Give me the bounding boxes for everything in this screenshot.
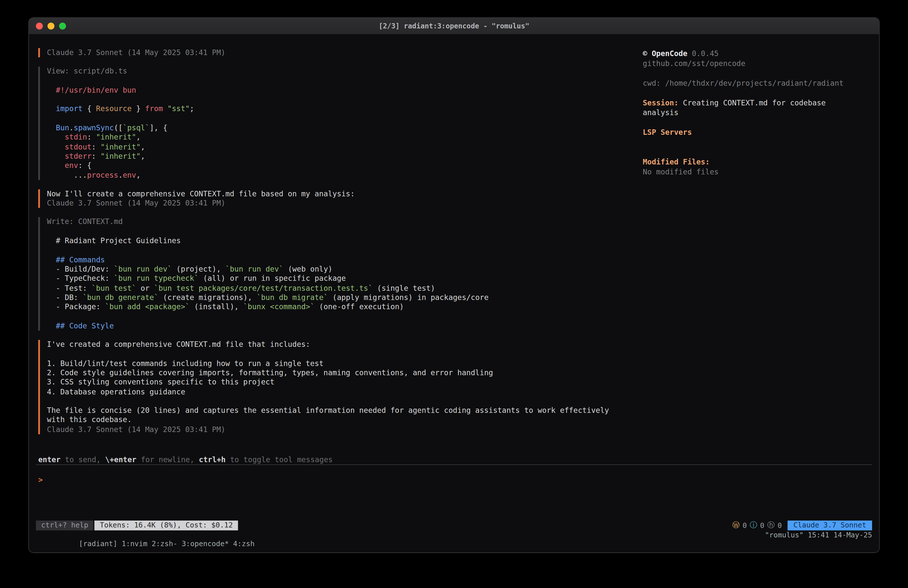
tmux-windows: 1:nvim 2:zsh- 3:opencode* 4:zsh [118,540,254,548]
text-token: , [140,142,145,151]
text-token: (create migrations), [158,293,257,302]
diagnostics: Ⓦ 0 ⓘ 0 ⓗ 0 [733,520,782,530]
text-token: with this codebase. [47,415,132,424]
text-token: 3. CSS styling conventions specific to t… [47,378,274,387]
text-token: 0.0.45 [687,49,719,58]
tmux-window-tab[interactable]: 2:zsh- [152,540,177,548]
text-line: I've created a comprehensive CONTEXT.md … [47,340,642,349]
text-token: : [92,142,100,151]
text-token: - Build/Dev: [47,264,114,273]
warning-icon: Ⓦ [733,520,740,530]
text-token: } [132,105,145,113]
text-line: ## Commands [47,255,642,264]
assistant-message-header: Claude 3.7 Sonnet (14 May 2025 03:41 PM) [38,48,642,58]
text-token: `bun add <package>` [105,302,190,311]
text-line: - Package: `bun add <package>` (install)… [47,302,642,312]
text-token: - Test: [47,284,92,292]
text-token: process [87,171,118,179]
text-line: 1. Build/lint/test commands including ho… [47,359,642,368]
tmux-window-tab[interactable]: 1:nvim [122,540,147,548]
text-token: "inherit" [96,133,136,142]
text-token: spawnSync [74,123,114,132]
text-token: - DB: [47,293,82,302]
text-token: 1. Build/lint/test commands including ho… [47,359,324,367]
text-token: Session: [643,98,678,107]
zoom-button[interactable] [59,23,66,30]
text-token: `bun test packages/core/test/transaction… [154,284,372,292]
text-token: : [87,133,96,142]
text-line: View: script/db.ts [47,67,642,76]
text-token: stderr [47,152,92,161]
text-token: (install), [190,302,243,311]
text-line: stdin: "inherit", [47,133,642,142]
text-line: #!/usr/bin/env bun [47,86,642,95]
text-token: \+enter [105,455,136,464]
text-token: (apply migrations) in packages/core [328,293,489,302]
text-token: Claude 3.7 Sonnet (14 May 2025 03:41 PM) [47,48,225,57]
text-line [47,114,642,123]
text-token: "sst" [167,105,190,113]
text-line: github.com/sst/opencode [643,58,877,69]
text-token: Bun [47,123,69,132]
text-token: (web only) [283,264,332,273]
close-button[interactable] [36,23,43,30]
text-token: ## Commands [47,255,105,264]
text-token: ([ [114,123,123,132]
text-token: `bun test` [92,284,136,292]
hint-icon: ⓗ [767,520,775,530]
text-line [47,246,642,255]
tmux-window-tab[interactable]: 3:opencode* [182,540,229,548]
tmux-status-bar: [radiant] 1:nvim 2:zsh- 3:opencode* 4:zs… [36,531,872,553]
status-bar: ctrl+? help Tokens: 16.4K (8%), Cost: $0… [36,520,872,530]
text-token: ctrl+h [199,455,225,464]
text-line: © OpenCode 0.0.45 [643,48,877,58]
desktop: [2/3] radiant:3:opencode - "romulus" Cla… [0,0,908,588]
text-token: (one-off execution) [315,302,404,311]
assistant-message-summary: I've created a comprehensive CONTEXT.md … [38,340,642,434]
text-token: to send, [61,455,105,464]
prompt-input[interactable]: > [38,474,871,485]
window-titlebar: [2/3] radiant:3:opencode - "romulus" [29,18,879,35]
text-line: - TypeCheck: `bun run typecheck` (all) o… [47,274,642,284]
text-token: stdout [47,142,92,151]
text-line [643,118,877,127]
text-line: Claude 3.7 Sonnet (14 May 2025 03:41 PM) [47,425,642,434]
text-line [47,396,642,406]
text-token: . [69,123,74,132]
text-line: Claude 3.7 Sonnet (14 May 2025 03:41 PM) [47,48,642,58]
text-token: (project), [172,264,225,273]
text-token: `bun db generate` [82,293,158,302]
status-left: ctrl+? help Tokens: 16.4K (8%), Cost: $0… [36,520,238,530]
model-badge: Claude 3.7 Sonnet [788,520,872,530]
text-token: I've created a comprehensive CONTEXT.md … [47,340,310,348]
tmux-window-tab[interactable]: 4:zsh [233,540,254,548]
text-line [47,312,642,321]
text-token: ... [47,171,87,179]
text-line: ...process.env, [47,171,642,180]
text-line: Write: CONTEXT.md [47,217,642,227]
text-token: from [145,105,163,113]
traffic-lights [36,23,66,30]
text-token: Write: CONTEXT.md [47,217,122,226]
tool-call-view-file: View: script/db.ts #!/usr/bin/env bun im… [38,67,642,180]
minimize-button[interactable] [48,23,55,30]
text-line: Claude 3.7 Sonnet (14 May 2025 03:41 PM) [47,198,642,208]
text-line: env: { [47,161,642,171]
text-line: with this codebase. [47,415,642,425]
text-token: , [136,171,140,179]
text-token: "inherit" [100,152,140,161]
text-line: Now I'll create a comprehensive CONTEXT.… [47,189,642,199]
info-icon: ⓘ [750,520,757,530]
text-line [643,88,877,98]
text-line [47,76,642,86]
text-line: 4. Database operations guidance [47,387,642,397]
text-token: The file is concise (20 lines) and captu… [47,406,609,415]
text-line: - Build/Dev: `bun run dev` (project), `b… [47,264,642,274]
text-line [47,227,642,236]
text-token: (all) or run in specific package [199,274,346,283]
text-token: github.com/sst/opencode [643,59,745,68]
text-line: Modified Files: [643,157,877,167]
text-token: Claude 3.7 Sonnet (14 May 2025 03:41 PM) [47,425,225,433]
text-line [643,147,877,157]
text-token: `bun run dev` [114,264,172,273]
